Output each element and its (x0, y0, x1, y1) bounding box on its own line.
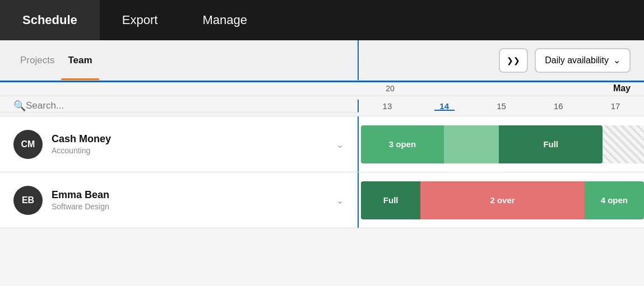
team-row-emma-bean: EB Emma Bean Software Design ⌄ Full 2 ov… (0, 172, 644, 228)
nav-tab-manage[interactable]: Manage (180, 0, 270, 40)
team-name-emma-bean: Emma Bean (52, 189, 327, 201)
team-row-cash-money: CM Cash Money Accounting ⌄ 3 open Full (0, 116, 644, 172)
team-calendar-emma-bean: Full 2 over 4 open (359, 172, 644, 228)
chevron-down-icon-emma-bean[interactable]: ⌄ (336, 194, 344, 207)
day-14: 14 (416, 101, 473, 111)
left-panel-header: Projects Team (0, 40, 359, 80)
search-area: 🔍 (0, 100, 359, 112)
month-label-area: 20 May (359, 83, 644, 93)
team-calendar-cash-money: 3 open Full (359, 116, 644, 172)
chevron-double-down-icon: ❯❯ (507, 56, 520, 65)
availability-dropdown[interactable]: Daily availability ⌄ (535, 48, 631, 73)
team-dept-cash-money: Accounting (52, 146, 327, 155)
day-13: 13 (359, 101, 416, 111)
search-input[interactable] (26, 100, 344, 111)
seg-light (444, 125, 499, 163)
seg-full-emma: Full (361, 181, 420, 219)
chevron-down-icon-cash-money[interactable]: ⌄ (336, 138, 344, 151)
avatar-emma-bean: EB (13, 186, 43, 215)
team-info-emma-bean: Emma Bean Software Design (52, 189, 327, 211)
team-info-cash-money: Cash Money Accounting (52, 133, 327, 155)
right-panel-header: ❯❯ Daily availability ⌄ (359, 48, 644, 73)
team-dept-emma-bean: Software Design (52, 202, 327, 211)
sub-tab-projects[interactable]: Projects (13, 40, 61, 80)
sub-tab-team[interactable]: Team (61, 40, 99, 80)
top-nav: Schedule Export Manage (0, 0, 644, 40)
search-icon: 🔍 (13, 100, 26, 112)
week-number: 20 (368, 84, 413, 93)
nav-tab-schedule[interactable]: Schedule (0, 0, 100, 40)
day-15: 15 (473, 101, 530, 111)
day-16: 16 (530, 101, 587, 111)
seg-2over: 2 over (420, 181, 584, 219)
team-left-emma-bean: EB Emma Bean Software Design ⌄ (0, 172, 359, 228)
month-row: 20 May (0, 81, 644, 96)
avatar-cash-money: CM (13, 130, 43, 159)
day-17: 17 (587, 101, 644, 111)
days-area: 13 14 15 16 17 (359, 101, 644, 111)
team-left-cash-money: CM Cash Money Accounting ⌄ (0, 116, 359, 172)
availability-label: Daily availability (545, 55, 609, 65)
chevron-down-icon: ⌄ (613, 55, 620, 65)
sub-header: Projects Team ❯❯ Daily availability ⌄ (0, 40, 644, 81)
seg-full: Full (499, 125, 603, 163)
team-name-cash-money: Cash Money (52, 133, 327, 145)
month-name: May (413, 83, 635, 93)
day-row: 🔍 13 14 15 16 17 (0, 96, 644, 116)
nav-tab-export[interactable]: Export (100, 0, 180, 40)
collapse-button[interactable]: ❯❯ (499, 48, 528, 73)
seg-3open: 3 open (361, 125, 444, 163)
seg-4open: 4 open (585, 181, 644, 219)
seg-hatched (603, 125, 644, 163)
